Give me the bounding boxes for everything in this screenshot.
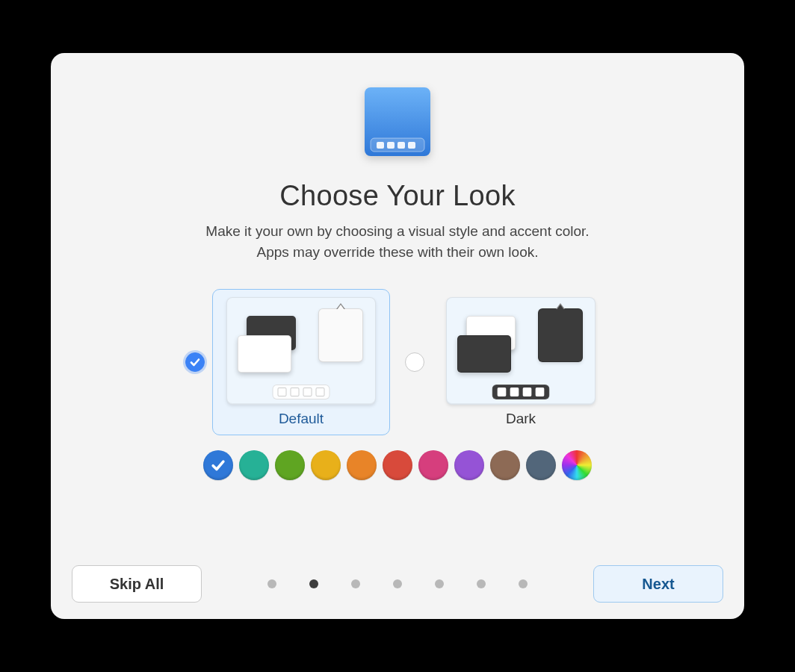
- style-label-default: Default: [226, 411, 376, 427]
- svg-rect-5: [408, 142, 415, 149]
- hero-icon: [360, 84, 435, 159]
- subtitle-line-1: Make it your own by choosing a visual st…: [205, 223, 589, 239]
- appearance-icon: [360, 84, 435, 159]
- svg-rect-4: [398, 142, 405, 149]
- page-dot-5[interactable]: [477, 579, 486, 588]
- style-option-dark[interactable]: Dark: [405, 289, 610, 435]
- accent-orange[interactable]: [347, 450, 377, 480]
- subtitle-line-2: Apps may override these with their own l…: [256, 244, 538, 260]
- accent-automatic[interactable]: [562, 450, 592, 480]
- next-button[interactable]: Next: [593, 565, 723, 603]
- accent-blueberry[interactable]: [203, 450, 233, 480]
- page-dot-2[interactable]: [351, 579, 360, 588]
- style-option-default[interactable]: Default: [185, 289, 390, 435]
- pagination-dots: [267, 579, 528, 588]
- thumbnail-dark: [446, 297, 596, 405]
- style-card-dark[interactable]: Dark: [432, 289, 610, 435]
- skip-all-button[interactable]: Skip All: [72, 565, 202, 603]
- accent-banana[interactable]: [311, 450, 341, 480]
- page-subtitle: Make it your own by choosing a visual st…: [205, 221, 589, 262]
- page-dot-0[interactable]: [267, 579, 276, 588]
- accent-strawberry[interactable]: [383, 450, 412, 480]
- accent-slate[interactable]: [526, 450, 556, 480]
- svg-rect-3: [387, 142, 395, 149]
- style-options-row: Default Dark: [72, 289, 723, 435]
- svg-rect-2: [377, 142, 384, 149]
- accent-grape[interactable]: [454, 450, 484, 480]
- accent-mint[interactable]: [239, 450, 269, 480]
- page-dot-6[interactable]: [519, 579, 528, 588]
- onboarding-window: Choose Your Look Make it your own by cho…: [51, 53, 744, 619]
- radio-default[interactable]: [185, 352, 205, 372]
- style-card-default[interactable]: Default: [212, 289, 390, 435]
- footer: Skip All Next: [72, 565, 723, 603]
- thumbnail-default: [226, 297, 376, 405]
- check-icon: [210, 457, 226, 473]
- page-dot-1[interactable]: [309, 579, 318, 588]
- accent-cocoa[interactable]: [490, 450, 520, 480]
- page-title: Choose Your Look: [72, 180, 723, 212]
- accent-bubblegum[interactable]: [418, 450, 448, 480]
- accent-lime[interactable]: [275, 450, 305, 480]
- page-dot-3[interactable]: [393, 579, 402, 588]
- page-dot-4[interactable]: [435, 579, 444, 588]
- style-label-dark: Dark: [446, 411, 596, 427]
- radio-dark[interactable]: [405, 352, 424, 372]
- accent-color-row: [72, 450, 723, 480]
- check-icon: [189, 356, 201, 368]
